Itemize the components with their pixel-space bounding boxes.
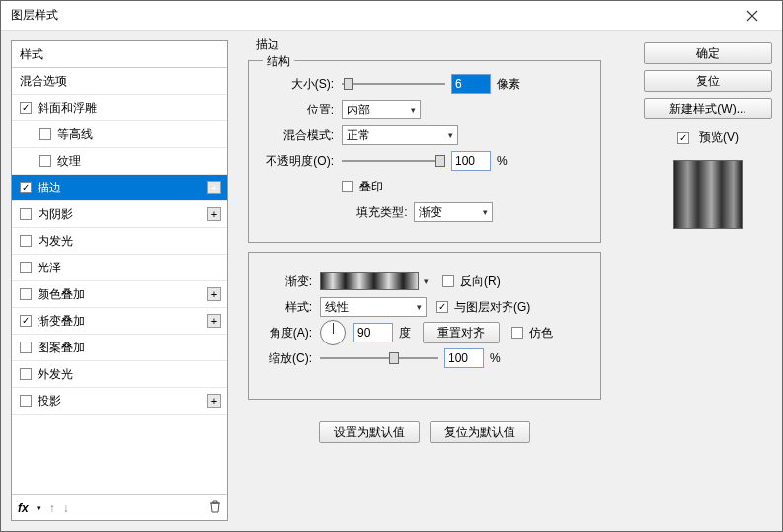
add-effect-button[interactable]: + [207, 314, 221, 328]
arrow-down-icon[interactable]: ↓ [63, 501, 69, 515]
style-label: 样式: [261, 299, 320, 316]
preview-thumbnail [673, 160, 743, 229]
scale-label: 缩放(C): [261, 350, 320, 367]
fill-type-select[interactable]: 渐变 ▾ [414, 202, 493, 222]
align-checkbox[interactable] [436, 301, 448, 313]
fill-type-label: 填充类型: [356, 204, 407, 221]
style-checkbox[interactable] [20, 262, 32, 273]
close-button[interactable] [733, 1, 772, 31]
style-item-11[interactable]: 外发光 [12, 361, 227, 388]
style-list: 样式 混合选项斜面和浮雕等高线纹理描边+内阴影+内发光光泽颜色叠加+渐变叠加+图… [12, 41, 227, 494]
style-header[interactable]: 样式 [12, 41, 227, 68]
reset-button[interactable]: 复位 [644, 70, 772, 92]
style-item-label: 内阴影 [38, 206, 73, 223]
overprint-label: 叠印 [359, 179, 383, 195]
close-icon [746, 10, 758, 22]
style-item-10[interactable]: 图案叠加 [12, 335, 227, 361]
style-item-4[interactable]: 描边+ [12, 175, 227, 201]
structure-group: 结构 大小(S): 像素 位置: 内部 ▾ [248, 60, 601, 243]
style-item-2[interactable]: 等高线 [12, 121, 227, 148]
chevron-down-icon: ▾ [411, 105, 416, 114]
reset-default-button[interactable]: 复位为默认值 [430, 421, 530, 443]
preview-checkbox[interactable] [677, 132, 689, 144]
style-item-8[interactable]: 颜色叠加+ [12, 281, 227, 308]
style-item-1[interactable]: 斜面和浮雕 [12, 95, 227, 121]
style-item-6[interactable]: 内发光 [12, 228, 227, 255]
style-item-9[interactable]: 渐变叠加+ [12, 308, 227, 335]
style-item-7[interactable]: 光泽 [12, 255, 227, 281]
reset-align-button[interactable]: 重置对齐 [423, 322, 500, 343]
opacity-slider[interactable] [342, 153, 445, 169]
style-item-label: 光泽 [38, 260, 61, 276]
opacity-label: 不透明度(O): [261, 153, 342, 170]
stroke-section-title: 描边 [252, 37, 283, 53]
style-checkbox[interactable] [20, 288, 32, 300]
scale-slider[interactable] [320, 350, 438, 366]
style-checkbox[interactable] [20, 342, 32, 353]
position-label: 位置: [261, 102, 342, 118]
set-default-button[interactable]: 设置为默认值 [319, 421, 420, 443]
size-label: 大小(S): [261, 76, 342, 93]
style-item-label: 混合选项 [20, 73, 67, 90]
chevron-down-icon[interactable]: ▾ [419, 276, 432, 286]
fx-label[interactable]: fx [18, 501, 29, 515]
gradient-preview[interactable] [320, 272, 419, 290]
blend-select[interactable]: 正常 ▾ [342, 125, 458, 145]
size-input[interactable] [451, 74, 491, 94]
preview-label: 预览(V) [699, 129, 739, 146]
gradient-style-select[interactable]: 线性 ▾ [320, 297, 427, 317]
new-style-button[interactable]: 新建样式(W)... [644, 98, 772, 119]
style-item-label: 投影 [38, 393, 61, 410]
scale-unit: % [490, 351, 501, 365]
style-item-12[interactable]: 投影+ [12, 388, 227, 415]
chevron-down-icon: ▾ [417, 302, 422, 312]
content-area: 样式 混合选项斜面和浮雕等高线纹理描边+内阴影+内发光光泽颜色叠加+渐变叠加+图… [1, 31, 782, 531]
trash-icon[interactable] [209, 500, 221, 516]
settings-panel: 描边 结构 大小(S): 像素 位置: [238, 40, 634, 521]
arrow-up-icon[interactable]: ↑ [49, 501, 55, 515]
style-checkbox[interactable] [39, 155, 51, 167]
opacity-input[interactable] [451, 151, 491, 171]
style-checkbox[interactable] [20, 235, 32, 247]
style-checkbox[interactable] [39, 128, 51, 140]
reverse-label: 反向(R) [460, 273, 501, 290]
style-checkbox[interactable] [20, 315, 32, 327]
style-item-label: 颜色叠加 [38, 286, 85, 303]
chevron-down-icon: ▾ [483, 207, 488, 217]
add-effect-button[interactable]: + [207, 394, 221, 408]
angle-dial[interactable] [320, 320, 346, 345]
style-item-label: 图案叠加 [38, 340, 85, 356]
add-effect-button[interactable]: + [207, 207, 221, 221]
size-unit: 像素 [497, 76, 520, 93]
align-label: 与图层对齐(G) [454, 299, 530, 316]
scale-input[interactable] [444, 348, 484, 368]
ok-button[interactable]: 确定 [644, 42, 772, 64]
style-item-label: 渐变叠加 [38, 313, 85, 330]
style-item-0[interactable]: 混合选项 [12, 68, 227, 95]
fx-dropdown-icon[interactable]: ▾ [37, 503, 41, 513]
layer-style-dialog: 图层样式 样式 混合选项斜面和浮雕等高线纹理描边+内阴影+内发光光泽颜色叠加+渐… [0, 0, 783, 532]
dither-checkbox[interactable] [511, 327, 523, 339]
style-checkbox[interactable] [20, 182, 32, 193]
style-header-label: 样式 [20, 46, 43, 63]
add-effect-button[interactable]: + [207, 287, 221, 301]
style-checkbox[interactable] [20, 395, 32, 407]
position-select[interactable]: 内部 ▾ [342, 100, 421, 119]
size-slider[interactable] [342, 76, 445, 92]
fill-group: 渐变: ▾ 反向(R) 样式: 线性 ▾ [248, 252, 601, 400]
style-item-5[interactable]: 内阴影+ [12, 201, 227, 228]
style-checkbox[interactable] [20, 368, 32, 380]
style-checkbox[interactable] [20, 102, 32, 114]
style-item-3[interactable]: 纹理 [12, 148, 227, 175]
action-panel: 确定 复位 新建样式(W)... 预览(V) [644, 40, 772, 521]
style-checkbox[interactable] [20, 208, 32, 220]
styles-sidebar: 样式 混合选项斜面和浮雕等高线纹理描边+内阴影+内发光光泽颜色叠加+渐变叠加+图… [11, 40, 228, 521]
style-item-label: 纹理 [57, 153, 81, 170]
reverse-checkbox[interactable] [442, 275, 454, 287]
add-effect-button[interactable]: + [207, 181, 221, 194]
stroke-section: 描边 结构 大小(S): 像素 位置: [238, 40, 611, 425]
opacity-unit: % [497, 154, 508, 168]
overprint-checkbox[interactable] [342, 181, 353, 192]
sidebar-footer: fx ▾ ↑ ↓ [12, 494, 227, 520]
angle-input[interactable] [353, 323, 393, 342]
